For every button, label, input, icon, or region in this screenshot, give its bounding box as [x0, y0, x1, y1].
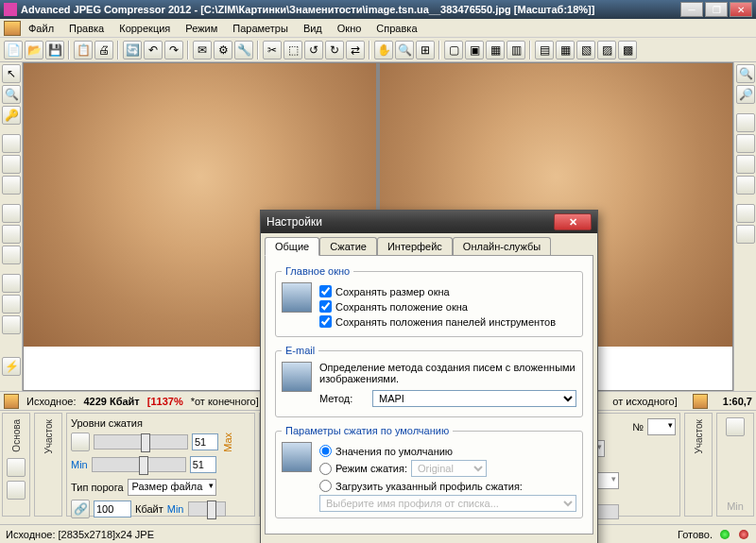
pointer-icon[interactable]: ↖: [2, 64, 21, 83]
menu-window[interactable]: Окно: [330, 21, 369, 36]
led-red-icon: [739, 530, 748, 539]
rotate-right-icon[interactable]: ↻: [325, 41, 344, 59]
ratio-suffix: *от конечного]: [191, 396, 259, 407]
view-icon[interactable]: ▧: [576, 41, 595, 59]
compression-slider-1[interactable]: [94, 434, 188, 450]
save-icon[interactable]: 💾: [45, 41, 64, 59]
view-icon[interactable]: ▩: [618, 41, 637, 59]
radio-profile-label: Загрузить указанный профиль сжатия:: [335, 481, 523, 492]
tool-icon[interactable]: [736, 113, 755, 132]
tab-interface[interactable]: Интерфейс: [377, 237, 453, 255]
legend-defaults: Параметры сжатия по умолчанию: [282, 425, 453, 436]
tool-icon[interactable]: [2, 225, 21, 244]
compression-slider-2[interactable]: [92, 457, 186, 472]
tool-icon[interactable]: 📋: [74, 41, 93, 59]
tool-icon[interactable]: [736, 155, 755, 174]
settings-icon[interactable]: ⚙: [214, 41, 232, 59]
watermark-no-label: №: [632, 421, 644, 433]
compression-value-2[interactable]: [190, 456, 216, 473]
close-button[interactable]: ✕: [730, 2, 752, 17]
tab-online[interactable]: Онлайн-службы: [453, 237, 551, 255]
compression-value-1[interactable]: [192, 433, 218, 450]
cb-save-pos-label: Сохранять положение окна: [335, 301, 468, 313]
tool-icon[interactable]: [2, 295, 21, 314]
tool-icon[interactable]: 🖨: [94, 41, 113, 59]
zoom-out-icon[interactable]: 🔎: [736, 85, 755, 104]
menu-file[interactable]: Файл: [21, 21, 61, 36]
app-menu-icon[interactable]: [4, 21, 21, 36]
radio-profile[interactable]: [319, 480, 332, 492]
tool-icon[interactable]: [2, 204, 21, 223]
layout-icon[interactable]: ▥: [507, 41, 525, 59]
radio-default[interactable]: [319, 445, 332, 457]
tool-icon[interactable]: [2, 134, 21, 153]
open-icon[interactable]: 📂: [25, 41, 43, 59]
hand-icon[interactable]: ✋: [374, 41, 393, 59]
layout-icon[interactable]: ▣: [465, 41, 484, 59]
flip-icon[interactable]: ⇄: [346, 41, 365, 59]
redo-icon[interactable]: ↷: [164, 41, 183, 59]
crop-icon[interactable]: ✂: [263, 41, 282, 59]
watermark-no-combo[interactable]: [647, 418, 676, 435]
radio-default-label: Значения по умолчанию: [335, 446, 453, 457]
tool-icon[interactable]: [736, 204, 755, 223]
key-icon[interactable]: 🔑: [2, 106, 21, 125]
rotate-left-icon[interactable]: ↺: [304, 41, 323, 59]
size-input[interactable]: [94, 501, 131, 518]
layout-icon[interactable]: ▢: [444, 41, 463, 59]
titlebar-text: Advanced JPEG Compressor 2012 - [C:\ZIM\…: [21, 4, 680, 15]
fieldset-main-window: Главное окно Сохранять размер окна Сохра…: [275, 265, 583, 337]
refresh-icon[interactable]: 🔄: [123, 41, 142, 59]
tab-general[interactable]: Общие: [265, 237, 319, 256]
menu-view[interactable]: Вид: [296, 21, 330, 36]
maximize-button[interactable]: ❐: [705, 2, 728, 17]
zoom-in-icon[interactable]: 🔍: [736, 64, 755, 83]
link-icon[interactable]: 🔗: [71, 500, 90, 518]
radio-mode[interactable]: [319, 463, 332, 475]
min-label: Min: [71, 459, 88, 470]
view-icon[interactable]: ▦: [556, 41, 575, 59]
dialog-titlebar[interactable]: Настройки ✕: [261, 211, 597, 233]
tool-icon[interactable]: [2, 315, 21, 334]
cb-save-size[interactable]: [319, 285, 332, 297]
minimize-button[interactable]: ─: [680, 2, 703, 17]
menu-params[interactable]: Параметры: [225, 21, 296, 36]
tool-icon[interactable]: ⊞: [416, 41, 435, 59]
view-icon[interactable]: ▤: [535, 41, 554, 59]
size-slider[interactable]: [188, 501, 226, 517]
lightning-icon[interactable]: ⚡: [2, 357, 21, 376]
zoom-icon[interactable]: 🔍: [2, 85, 21, 104]
tool-icon[interactable]: [736, 134, 755, 153]
zoom-icon[interactable]: 🔍: [395, 41, 414, 59]
tool-icon[interactable]: [7, 481, 26, 500]
menu-correction[interactable]: Коррекция: [112, 21, 178, 36]
threshold-combo[interactable]: Размер файла: [128, 479, 217, 496]
tool-icon[interactable]: [2, 155, 21, 174]
legend-main-window: Главное окно: [282, 265, 353, 277]
method-select[interactable]: MAPI: [372, 390, 576, 407]
tool-icon[interactable]: [2, 246, 21, 264]
tab-compression[interactable]: Сжатие: [319, 237, 377, 255]
dialog-close-button[interactable]: ✕: [554, 213, 592, 230]
statusbar-ready: Готово.: [678, 529, 713, 540]
cb-save-pos[interactable]: [319, 300, 332, 313]
tool-icon[interactable]: [2, 274, 21, 293]
menu-help[interactable]: Справка: [369, 21, 424, 36]
cb-save-toolbars[interactable]: [319, 315, 332, 328]
tool-icon[interactable]: [7, 458, 26, 477]
email-icon[interactable]: ✉: [193, 41, 212, 59]
view-icon[interactable]: ▨: [597, 41, 616, 59]
menu-edit[interactable]: Правка: [61, 21, 112, 36]
tool-icon[interactable]: 🔧: [234, 41, 253, 59]
tool-icon[interactable]: [736, 225, 755, 244]
menu-mode[interactable]: Режим: [178, 21, 225, 36]
layout-icon[interactable]: ▦: [486, 41, 505, 59]
tool-icon[interactable]: [2, 176, 21, 195]
tool-icon[interactable]: [736, 176, 755, 195]
preset-icon[interactable]: [71, 433, 90, 451]
tool-icon[interactable]: [726, 417, 745, 436]
resize-icon[interactable]: ⬚: [284, 41, 302, 59]
section-area-label: Участок: [42, 417, 56, 456]
new-icon[interactable]: 📄: [4, 41, 23, 59]
undo-icon[interactable]: ↶: [144, 41, 163, 59]
